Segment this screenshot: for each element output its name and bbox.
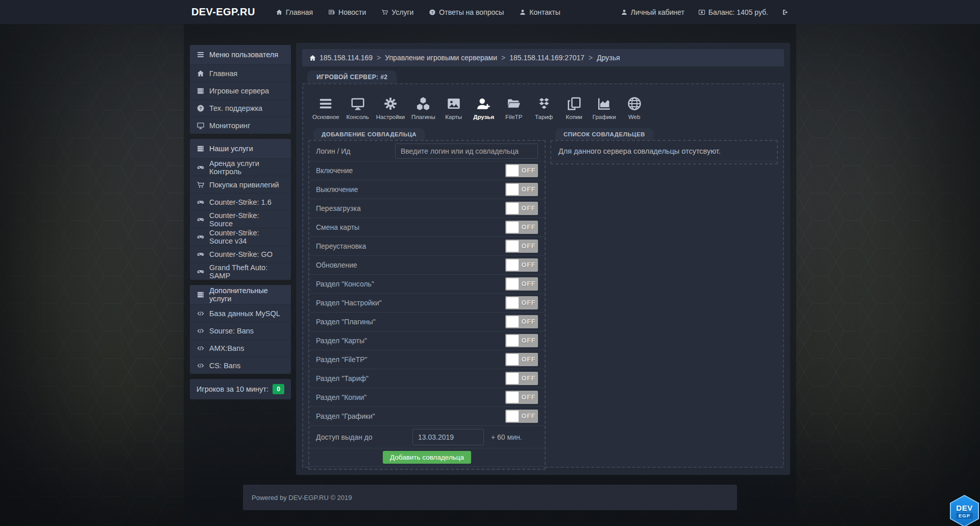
sidebar-item-support[interactable]: ? Тех. поддержка (190, 99, 291, 116)
toggle-section-plugins[interactable]: OFF (505, 315, 538, 328)
code-icon (197, 344, 205, 352)
code-icon (197, 362, 205, 370)
sidebar-item-monitoring[interactable]: Мониторинг (190, 116, 291, 134)
sidebar-item-privileges[interactable]: Покупка привилегий (190, 176, 291, 193)
sidebar-item-control-rent[interactable]: Аренда услуги Контроль (190, 158, 291, 176)
toolbar-tab-charts[interactable]: Графики (593, 96, 616, 120)
sidebar-item-amxbans[interactable]: AMX:Bans (190, 339, 291, 356)
breadcrumb-separator: > (501, 54, 505, 62)
server-icon (197, 145, 205, 153)
sidebar-item-home[interactable]: Главная (190, 64, 291, 82)
home-icon (197, 69, 205, 78)
balance-link[interactable]: Баланс: 1405 руб. (698, 8, 768, 16)
add-coowner-button[interactable]: Добавить совладельца (383, 451, 471, 464)
toolbar-tab-console[interactable]: Консоль (346, 96, 370, 120)
toolbar-tab-basic[interactable]: Основное (312, 96, 339, 120)
toolbar-tab-filetp[interactable]: FileTP (502, 96, 526, 120)
toggle-power-off[interactable]: OFF (505, 183, 538, 196)
toggle-map-change[interactable]: OFF (505, 221, 538, 234)
toggle-reinstall[interactable]: OFF (505, 240, 538, 253)
dev-egp-corner-logo[interactable]: DEV EGP (950, 495, 979, 526)
toolbar-tab-friends[interactable]: Друзья (472, 96, 496, 120)
access-date-input[interactable] (412, 429, 484, 445)
toggle-section-charts[interactable]: OFF (505, 410, 538, 423)
toolbar-tab-label: Основное (312, 114, 339, 120)
permission-label: Включение (316, 166, 505, 175)
toggle-state: OFF (519, 296, 538, 309)
area-chart-icon (597, 96, 612, 111)
nav-item-home[interactable]: Главная (276, 8, 313, 16)
user-plus-icon (476, 96, 492, 111)
sidebar-item-label: Sourse: Bans (209, 327, 254, 335)
toolbar-tab-tariff[interactable]: Тариф (532, 96, 556, 120)
svg-text:?: ? (431, 10, 434, 14)
game-server-tab[interactable]: ИГРОВОЙ СЕРВЕР: #2 (307, 70, 397, 83)
toggle-section-maps[interactable]: OFF (505, 334, 538, 347)
sidebar-item-css-v34[interactable]: Counter-Strike: Source v34 (190, 228, 291, 245)
sidebar-item-samp[interactable]: Grand Theft Auto: SAMP (190, 262, 291, 280)
nav-item-services[interactable]: Услуги (381, 8, 413, 16)
nav-label: Контакты (529, 8, 560, 16)
toolbar-tab-label: Графики (593, 114, 616, 120)
toolbar-tab-label: Настройки (376, 114, 405, 120)
toolbar-tab-plugins[interactable]: Плагины (411, 96, 435, 120)
permission-row-power-on: Включение OFF (309, 161, 545, 180)
toggle-power-on[interactable]: OFF (505, 164, 538, 177)
toggle-state: OFF (519, 353, 538, 366)
permission-label: Обновление (316, 261, 505, 269)
toolbar-tab-copies[interactable]: Копии (562, 96, 586, 120)
breadcrumb-item[interactable]: 185.158.114.169:27017 (509, 54, 584, 62)
players-stats-box: Игроков за 10 минут: 0 (190, 379, 291, 399)
toggle-knob (506, 354, 519, 365)
toggle-state: OFF (519, 391, 538, 404)
toolbar-tab-label: Web (628, 114, 640, 120)
login-input[interactable] (395, 144, 538, 159)
permission-label: Выключение (316, 185, 505, 194)
permission-row-section-plugins: Раздел "Плагины" OFF (309, 313, 545, 331)
permission-row-section-settings: Раздел "Настройки" OFF (309, 294, 545, 313)
toggle-state: OFF (519, 164, 538, 177)
account-link[interactable]: Личный кабинет (621, 8, 684, 16)
toggle-knob (506, 373, 519, 384)
breadcrumb-item[interactable]: Управление игровыми серверами (385, 54, 497, 62)
sidebar-item-csgo[interactable]: Counter-Strike: GO (190, 245, 291, 262)
toggle-knob (506, 203, 519, 214)
sidebar-item-mysql[interactable]: База данных MySQL (190, 304, 291, 322)
breadcrumb-item[interactable]: 185.158.114.169 (320, 54, 373, 62)
toggle-state: OFF (519, 315, 538, 328)
nav-item-news[interactable]: Новости (328, 8, 366, 16)
toolbar-tab-settings[interactable]: Настройки (376, 96, 405, 120)
toggle-state: OFF (519, 410, 538, 423)
permission-label: Раздел "Карты" (316, 337, 505, 345)
permission-row-section-tariff: Раздел "Тариф" OFF (309, 369, 545, 388)
sidebar-item-label: Тех. поддержка (209, 104, 262, 112)
toolbar-tab-maps[interactable]: Карты (442, 96, 465, 120)
toggle-update[interactable]: OFF (505, 258, 538, 272)
sidebar-item-label: AMX:Bans (209, 344, 244, 352)
sidebar-item-csbans[interactable]: CS: Bans (190, 356, 291, 374)
logout-button[interactable] (782, 9, 789, 16)
nav-item-contacts[interactable]: Контакты (519, 8, 560, 16)
toggle-section-copies[interactable]: OFF (505, 391, 538, 404)
dropbox-icon (536, 96, 552, 111)
toggle-knob (506, 297, 519, 308)
toggle-restart[interactable]: OFF (505, 202, 538, 215)
toggle-knob (506, 278, 519, 290)
sidebar-item-sourcebans[interactable]: Sourse: Bans (190, 322, 291, 339)
sidebar-item-game-servers[interactable]: Игровые сервера (190, 82, 291, 99)
toggle-section-settings[interactable]: OFF (505, 296, 538, 309)
account-label: Личный кабинет (631, 8, 684, 16)
toggle-section-console[interactable]: OFF (505, 277, 538, 291)
toggle-section-tariff[interactable]: OFF (505, 372, 538, 385)
toolbar-tab-web[interactable]: Web (623, 96, 646, 120)
sidebar-item-cs16[interactable]: Counter-Strike: 1.6 (190, 193, 291, 210)
monitor-icon (350, 96, 365, 111)
permission-label: Раздел "Копии" (316, 393, 505, 401)
toggle-section-filetp[interactable]: OFF (505, 353, 538, 366)
breadcrumb-separator: > (589, 54, 593, 62)
nav-item-faq[interactable]: ? Ответы на вопросы (429, 8, 504, 16)
toggle-knob (506, 222, 519, 233)
nav-label: Услуги (391, 8, 413, 16)
brand-logo[interactable]: DEV-EGP.RU (191, 6, 255, 18)
sidebar-item-css[interactable]: Counter-Strike: Source (190, 210, 291, 228)
